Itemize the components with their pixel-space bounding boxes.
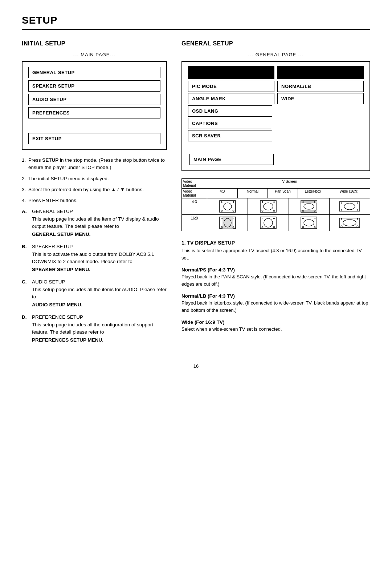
normal-ps-text: Played back in the PAN & SCAN style. (If… <box>181 273 370 287</box>
svg-point-41 <box>302 226 304 228</box>
svg-rect-0 <box>220 201 236 212</box>
item-b: B. SPEAKER SETUP This is to activate the… <box>22 243 167 273</box>
menu-item-speaker-setup[interactable]: SPEAKER SETUP <box>28 80 160 92</box>
svg-point-3 <box>233 210 234 212</box>
svg-point-25 <box>357 202 358 204</box>
header-block-1 <box>188 66 274 79</box>
svg-point-22 <box>341 209 342 211</box>
svg-point-35 <box>262 226 263 228</box>
pic-mode-row: PIC MODE NORMAL/LB <box>188 81 364 92</box>
menu-item-wide[interactable]: WIDE <box>277 93 364 104</box>
step-2: 2. The initial SETUP menu is displayed. <box>22 175 167 182</box>
initial-setup-heading: INITIAL SETUP <box>22 40 167 47</box>
normal-ps-title: Normal/PS (For 4:3 TV) <box>181 267 370 273</box>
menu-item-osd-lang[interactable]: OSD LANG <box>188 105 272 117</box>
wide-desc: Wide (For 16:9 TV) Select when a wide-sc… <box>181 319 370 333</box>
col-letterbox-label: Letter-box <box>298 189 328 198</box>
svg-point-1 <box>224 203 232 210</box>
page-title: SETUP <box>22 15 370 30</box>
main-menu-box: GENERAL SETUP SPEAKER SETUP AUDIO SETUP … <box>22 61 167 150</box>
general-setup-section: GENERAL SETUP --- GENERAL PAGE --- PIC M… <box>181 40 370 339</box>
tv-icon-letterbox-43 <box>289 198 330 214</box>
speaker-setup-menu-ref: SPEAKER SETUP MENU. <box>32 266 167 273</box>
menu-item-exit-setup[interactable]: EXIT SETUP <box>28 133 160 144</box>
col-43-label: 4:3 <box>207 189 238 198</box>
svg-point-38 <box>273 218 274 219</box>
svg-point-11 <box>273 202 274 203</box>
tv-screen-label: TV Screen <box>207 179 370 188</box>
header-block-2 <box>277 66 364 79</box>
item-d: D. PREFERENCE SETUP This setup page incl… <box>22 314 167 344</box>
svg-rect-33 <box>260 217 276 229</box>
menu-item-main-page[interactable]: MAIN PAGE <box>189 154 274 165</box>
tv-icon-normal-43 <box>207 198 248 214</box>
col-panscan-label: Pan Scan <box>268 189 298 198</box>
row-label-169: 16:9 <box>182 215 207 231</box>
row-label-43: 4:3 <box>182 198 207 214</box>
tv-screen-diagram: Video Material TV Screen Video Material … <box>181 178 370 231</box>
svg-rect-39 <box>301 217 317 229</box>
tv-icon-wide-169 <box>330 215 370 231</box>
tv-display-desc: 1. TV DISPLAY SETUP This is to select th… <box>181 240 370 261</box>
tv-display-title: 1. TV DISPLAY SETUP <box>181 240 370 246</box>
menu-item-pic-mode[interactable]: PIC MODE <box>188 81 274 92</box>
svg-point-47 <box>341 226 342 227</box>
svg-point-15 <box>304 204 314 209</box>
svg-point-49 <box>341 219 342 220</box>
page-number: 16 <box>22 363 370 369</box>
col-normal-label: Normal <box>238 189 268 198</box>
svg-point-40 <box>304 220 314 226</box>
svg-point-23 <box>357 209 358 211</box>
angle-mark-row: ANGLE MARK WIDE <box>188 93 364 104</box>
svg-point-50 <box>357 219 358 220</box>
item-c: C. AUDIO SETUP This setup page includes … <box>22 278 167 309</box>
svg-point-34 <box>264 218 273 227</box>
general-setup-heading: GENERAL SETUP <box>181 40 370 47</box>
svg-point-36 <box>273 226 275 228</box>
menu-item-preferences[interactable]: PREFERENCES <box>28 107 160 118</box>
svg-point-7 <box>264 203 273 210</box>
svg-point-21 <box>344 203 355 210</box>
svg-rect-6 <box>260 201 276 212</box>
svg-point-9 <box>273 210 275 212</box>
svg-point-4 <box>221 202 222 203</box>
menu-item-angle-mark[interactable]: ANGLE MARK <box>188 93 274 104</box>
tv-row-43: 4:3 <box>182 198 370 215</box>
menu-item-normal-lb[interactable]: NORMAL/LB <box>277 81 364 92</box>
col-wide-label: Wide (16:9) <box>328 189 370 198</box>
general-menu-box: PIC MODE NORMAL/LB ANGLE MARK WIDE OSD L… <box>181 61 370 171</box>
tv-icon-letterbox-169 <box>289 215 330 231</box>
svg-point-43 <box>303 218 304 219</box>
tv-display-text: This is to select the appropriate TV asp… <box>181 247 370 261</box>
tv-icon-panscan-169 <box>248 215 289 231</box>
svg-point-2 <box>221 210 222 212</box>
step-1: 1. Press SETUP in the stop mode. (Press … <box>22 157 167 172</box>
svg-point-37 <box>262 218 263 219</box>
tv-icon-normal-169 <box>207 215 248 231</box>
step-4: 4. Press ENTER buttons. <box>22 197 167 204</box>
initial-setup-section: INITIAL SETUP --- MAIN PAGE--- GENERAL S… <box>22 40 167 349</box>
general-setup-menu-ref: GENERAL SETUP MENU. <box>32 231 167 238</box>
svg-point-46 <box>343 220 356 226</box>
menu-item-general-setup[interactable]: GENERAL SETUP <box>28 67 160 78</box>
svg-point-44 <box>314 218 315 219</box>
tv-icon-wide-43 <box>330 198 370 214</box>
svg-point-32 <box>233 218 234 219</box>
tv-row-169: 16:9 <box>182 215 370 231</box>
video-material-label: Video Material <box>182 179 207 188</box>
svg-rect-13 <box>301 201 317 203</box>
menu-item-audio-setup[interactable]: AUDIO SETUP <box>28 94 160 105</box>
svg-point-31 <box>221 218 222 219</box>
svg-point-42 <box>314 226 315 228</box>
wide-title: Wide (For 16:9 TV) <box>181 319 370 325</box>
menu-item-captions[interactable]: CAPTIONS <box>188 118 272 129</box>
svg-point-10 <box>262 202 263 203</box>
normal-lb-desc: Normal/LB (For 4:3 TV) Played back in le… <box>181 293 370 314</box>
normal-lb-text: Played back in letterbox style. (If conn… <box>181 299 370 314</box>
menu-item-scr-saver[interactable]: SCR SAVER <box>188 130 272 141</box>
svg-point-48 <box>357 226 358 227</box>
item-a: A. GENERAL SETUP This setup page include… <box>22 208 167 238</box>
audio-setup-menu-ref: AUDIO SETUP MENU. <box>32 301 167 309</box>
wide-text: Select when a wide-screen TV set is conn… <box>181 326 370 333</box>
preferences-setup-menu-ref: PREFERENCES SETUP MENU. <box>32 337 167 344</box>
